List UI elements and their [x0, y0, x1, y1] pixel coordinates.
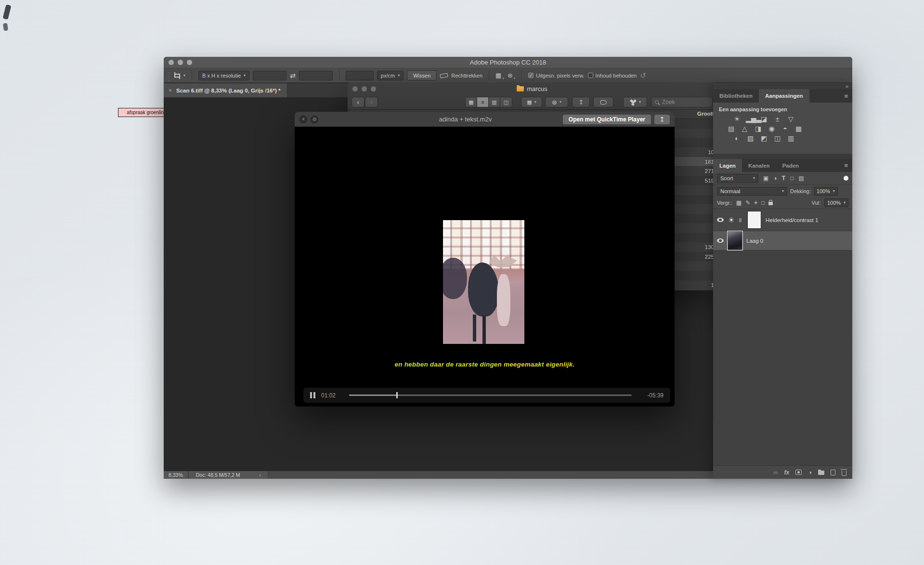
quicklook-titlebar[interactable]: × ⊘ adinda + tekst.m2v Open met QuickTim… [295, 112, 675, 127]
crop-width-input[interactable] [253, 71, 286, 80]
panel-menu-icon[interactable]: ≡ [840, 159, 852, 172]
reset-icon[interactable]: ↺ [640, 72, 646, 79]
arrange-button[interactable]: ▦ ▾ [521, 97, 542, 107]
hue-saturation-icon[interactable]: ▤ [727, 125, 736, 132]
shape-layer-filter-icon[interactable]: □ [790, 175, 794, 182]
lock-all-icon[interactable] [768, 202, 773, 205]
new-group-icon[interactable] [818, 471, 824, 475]
layer-thumbnail[interactable] [728, 232, 742, 250]
vibrance-icon[interactable]: ▽ [786, 116, 795, 122]
sticky-note[interactable]: afspraak groenlink [118, 108, 167, 117]
column-view-button[interactable]: ▥ [489, 97, 500, 107]
seek-slider[interactable] [349, 394, 632, 396]
posterize-icon[interactable]: ▨ [746, 135, 755, 142]
brightness-contrast-icon[interactable]: ☀ [732, 116, 742, 122]
filter-toggle[interactable] [844, 176, 848, 181]
layer-row-selected[interactable]: Laag 0 [713, 231, 852, 250]
close-icon[interactable]: × [299, 116, 307, 123]
exposure-icon[interactable]: ± [773, 116, 782, 122]
channel-mixer-icon[interactable]: ◓ [781, 125, 790, 132]
delete-layer-icon[interactable] [842, 471, 846, 476]
pixel-layer-filter-icon[interactable]: ▣ [763, 175, 768, 182]
chevron-down-icon[interactable]: ▾ [183, 74, 185, 78]
crop-preset-select[interactable]: B x H x resolutie ▾ [198, 71, 249, 80]
layer-mask-thumbnail[interactable] [747, 211, 761, 229]
straighten-label[interactable]: Rechttrekken [451, 73, 482, 79]
tab-paden[interactable]: Paden [776, 159, 806, 172]
back-button[interactable]: ‹ [351, 97, 364, 107]
content-aware-checkbox[interactable] [588, 73, 593, 78]
share-button[interactable]: ↥ [654, 115, 670, 124]
straighten-icon[interactable] [440, 73, 448, 78]
playhead[interactable] [396, 392, 398, 398]
tab-lagen[interactable]: Lagen [713, 159, 742, 172]
gradient-map-icon[interactable]: ◫ [773, 135, 782, 142]
list-view-button[interactable]: ≡ [477, 97, 489, 107]
new-layer-icon[interactable] [831, 470, 835, 475]
curves-icon[interactable]: ◪ [759, 116, 768, 122]
adjustment-layer-filter-icon[interactable]: ◑ [773, 175, 777, 182]
crop-resolution-input[interactable] [346, 71, 374, 80]
layer-name[interactable]: Helderheid/contrast 1 [766, 217, 818, 223]
zoom-level-field[interactable]: 8,33% [164, 471, 188, 479]
coverflow-view-button[interactable]: ◫ [500, 97, 512, 107]
layer-style-fx-icon[interactable]: fx [784, 470, 789, 475]
crop-tool-icon[interactable] [173, 72, 180, 79]
doc-size-info[interactable]: Doc: 48,5 M/57,2 M › [189, 471, 268, 479]
color-balance-icon[interactable]: △ [740, 125, 749, 132]
add-layer-mask-icon[interactable] [795, 470, 802, 475]
clear-button[interactable]: Wissen [407, 70, 437, 80]
lock-paint-icon[interactable]: ✎ [745, 200, 750, 206]
lock-transparency-icon[interactable]: ▦ [736, 200, 742, 206]
tab-kanalen[interactable]: Kanalen [742, 159, 776, 172]
tab-bibliotheken[interactable]: Bibliotheken [713, 89, 759, 103]
crop-height-input[interactable] [299, 71, 333, 80]
fullscreen-icon[interactable]: ⊘ [311, 116, 318, 123]
type-layer-filter-icon[interactable]: T [782, 175, 786, 182]
resolution-unit-select[interactable]: px/cm ▾ [377, 71, 403, 80]
search-input[interactable] [661, 98, 704, 106]
sticky-note-label: afspraak groenlink [127, 110, 166, 115]
layer-row-adjustment[interactable]: ☀ ∞ Helderheid/contrast 1 [713, 209, 852, 231]
search-field[interactable] [651, 97, 713, 107]
lock-position-icon[interactable]: + [754, 200, 757, 206]
selective-color-icon[interactable]: ▥ [786, 135, 795, 142]
smart-object-filter-icon[interactable]: ▤ [798, 175, 804, 182]
crop-settings-gear-icon[interactable]: ⊛ [508, 72, 513, 79]
levels-icon[interactable]: ▂▅▃ [746, 116, 755, 122]
photoshop-titlebar[interactable]: Adobe Photoshop CC 2018 [164, 57, 852, 68]
collapse-panels-icon[interactable]: » [846, 83, 848, 89]
tab-close-icon[interactable]: × [169, 87, 172, 94]
invert-icon[interactable]: ◐ [732, 135, 742, 142]
panel-menu-icon[interactable]: ≡ [840, 89, 852, 103]
opacity-value[interactable]: 100% ▾ [814, 187, 838, 196]
action-button[interactable]: ⊛ ▾ [545, 97, 568, 107]
delete-cropped-checkbox[interactable]: ✓ [528, 73, 534, 78]
black-white-icon[interactable]: ◨ [754, 125, 763, 132]
share-button[interactable]: ↥ [572, 97, 590, 107]
lock-artboard-icon[interactable]: □ [761, 200, 765, 206]
layer-visibility-icon[interactable] [717, 238, 724, 243]
forward-button[interactable]: › [365, 97, 378, 107]
new-adjustment-layer-icon[interactable]: ◑ [808, 469, 812, 475]
color-lookup-icon[interactable]: ▦ [794, 125, 803, 132]
threshold-icon[interactable]: ◩ [759, 135, 768, 142]
pause-button[interactable] [310, 392, 315, 398]
icon-view-button[interactable]: ▦ [466, 97, 477, 107]
link-layers-icon[interactable]: ∞ [773, 469, 778, 475]
document-tab[interactable]: × Scan 6.tiff @ 8,33% (Laag 0, Grijs /16… [164, 83, 287, 97]
blend-mode-select[interactable]: Normaal ▾ [717, 187, 787, 196]
layer-name[interactable]: Laag 0 [746, 238, 763, 244]
tab-aanpassingen[interactable]: Aanpassingen [759, 89, 809, 103]
panel-grip[interactable] [168, 71, 170, 80]
filter-type-select[interactable]: Soort ▾ [717, 174, 758, 183]
dropbox-button[interactable]: ▾ [623, 97, 647, 107]
fill-value[interactable]: 100% ▾ [824, 198, 848, 207]
open-with-quicktime-button[interactable]: Open met QuickTime Player [563, 115, 651, 124]
photo-filter-icon[interactable]: ◉ [767, 125, 776, 132]
swap-dimensions-icon[interactable]: ⇄ [290, 72, 296, 79]
finder-titlebar[interactable]: marcus [348, 82, 716, 95]
tags-button[interactable] [593, 97, 613, 107]
crop-overlay-grid-icon[interactable]: ▦ [495, 72, 501, 79]
layer-visibility-icon[interactable] [717, 218, 724, 222]
